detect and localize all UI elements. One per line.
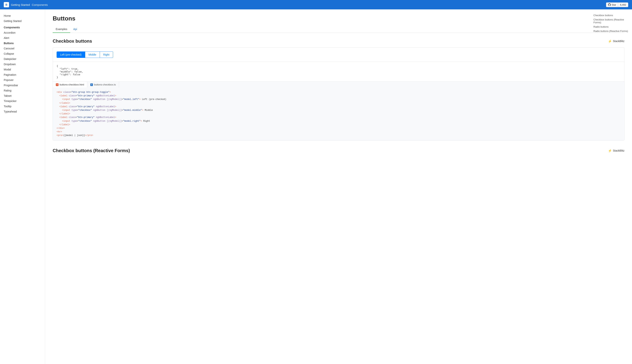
sidebar-item-timepicker[interactable]: Timepicker — [0, 98, 45, 104]
github-count: 6,492 — [618, 3, 628, 7]
logo-icon: B — [4, 2, 9, 7]
checkbox-section-header: Checkbox buttons ⚡ StackBlitz — [53, 38, 624, 44]
nav-components[interactable]: Components — [32, 3, 48, 6]
code-line-9: <input type="checkbox" ngbButton [(ngMod… — [57, 120, 620, 123]
logo[interactable]: B Getting Started — [4, 2, 30, 7]
sidebar-section-components: Components — [0, 24, 45, 30]
ts-icon: T — [90, 84, 93, 86]
page-tabs: Examples Api — [53, 26, 624, 33]
sidebar-item-typeahead[interactable]: Typeahead — [0, 109, 45, 114]
tab-examples[interactable]: Examples — [53, 26, 70, 33]
right-sidebar-item-3[interactable]: Radio buttons (Reactive Forms) — [593, 29, 629, 33]
code-line-4: </label> — [57, 102, 620, 105]
layout: Home Getting Started Components Accordio… — [0, 10, 632, 364]
code-line-2: <label class="btn-primary" ngbButtonLabe… — [57, 94, 620, 98]
github-star-part[interactable]: Star — [606, 3, 618, 7]
app-name: Getting Started — [11, 3, 30, 6]
tab-api[interactable]: Api — [70, 26, 80, 33]
sidebar-item-tooltip[interactable]: Tooltip — [0, 104, 45, 109]
code-line-13: <pre>{{model | json}}</pre> — [57, 134, 620, 137]
code-tab-ts-label: buttons-checkbox.ts — [94, 83, 116, 86]
stackblitz-button[interactable]: ⚡ StackBlitz — [608, 40, 624, 43]
reactive-stackblitz-icon: ⚡ — [608, 149, 612, 152]
right-sidebar-item-2[interactable]: Radio buttons — [593, 24, 629, 29]
checkbox-btn-right[interactable]: Right — [100, 52, 113, 58]
main-content: Buttons Examples Api Checkbox buttons ⚡ … — [45, 10, 632, 364]
reactive-section: Checkbox buttons (Reactive Forms) ⚡ Stac… — [53, 148, 624, 153]
sidebar-item-tabset[interactable]: Tabset — [0, 93, 45, 98]
sidebar-item-alert[interactable]: Alert — [0, 35, 45, 40]
right-sidebar: Checkbox buttons Checkbox buttons (React… — [591, 10, 632, 37]
json-output-text: { "left": true, "middle": false, "right"… — [57, 64, 620, 79]
star-label: Star — [612, 4, 616, 6]
json-output: { "left": true, "middle": false, "right"… — [53, 62, 624, 82]
code-block: <div class="btn-group btn-group-toggle">… — [53, 88, 624, 140]
reactive-section-title: Checkbox buttons (Reactive Forms) — [53, 148, 130, 153]
github-icon — [608, 4, 611, 6]
code-line-12: <hr> — [57, 130, 620, 134]
page-title: Buttons — [53, 15, 624, 22]
github-star-button[interactable]: Star 6,492 — [606, 2, 628, 7]
sidebar-item-accordion[interactable]: Accordion — [0, 30, 45, 35]
code-line-7: </label> — [57, 112, 620, 116]
sidebar-item-popover[interactable]: Popover — [0, 78, 45, 83]
sidebar-item-home[interactable]: Home — [0, 13, 45, 18]
code-line-6: <input type="checkbox" ngbButton [(ngMod… — [57, 108, 620, 112]
checkbox-button-group: Left (pre-checked) Middle Right — [57, 52, 620, 58]
stackblitz-label: StackBlitz — [613, 40, 624, 43]
stackblitz-icon: ⚡ — [608, 40, 612, 43]
sidebar-item-collapse[interactable]: Collapse — [0, 51, 45, 56]
sidebar-item-carousel[interactable]: Carousel — [0, 46, 45, 51]
right-sidebar-item-1[interactable]: Checkbox buttons (Reactive Forms) — [593, 18, 629, 24]
sidebar-item-getting-started[interactable]: Getting Started — [0, 18, 45, 24]
code-line-8: <label class="btn-primary" ngbButtonLabe… — [57, 116, 620, 119]
code-line-11: </div> — [57, 126, 620, 130]
sidebar-item-dropdown[interactable]: Dropdown — [0, 62, 45, 67]
sidebar-item-modal[interactable]: Modal — [0, 67, 45, 72]
header: B Getting Started Components Star 6,492 — [0, 0, 632, 10]
checkbox-demo-box: Left (pre-checked) Middle Right { "left"… — [53, 48, 624, 140]
sidebar-item-buttons[interactable]: Buttons — [0, 40, 45, 46]
reactive-section-header: Checkbox buttons (Reactive Forms) ⚡ Stac… — [53, 148, 624, 153]
checkbox-btn-middle[interactable]: Middle — [85, 52, 100, 58]
code-line-3: <input type="checkbox" ngbButton [(ngMod… — [57, 98, 620, 101]
checkbox-section-title: Checkbox buttons — [53, 38, 92, 44]
code-tab-html[interactable]: H buttons-checkbox.html — [53, 82, 87, 88]
code-tabs: H buttons-checkbox.html T buttons-checkb… — [53, 82, 624, 88]
code-tab-html-label: buttons-checkbox.html — [60, 83, 84, 86]
html-icon: H — [56, 84, 59, 86]
sidebar-item-rating[interactable]: Rating — [0, 88, 45, 93]
sidebar-item-pagination[interactable]: Pagination — [0, 72, 45, 78]
demo-preview: Left (pre-checked) Middle Right — [53, 48, 624, 62]
code-line-1: <div class="btn-group btn-group-toggle"> — [57, 90, 620, 94]
sidebar-item-progressbar[interactable]: Progressbar — [0, 83, 45, 88]
reactive-stackblitz-label: StackBlitz — [613, 149, 624, 152]
checkbox-section: Checkbox buttons ⚡ StackBlitz Left (pre-… — [53, 38, 624, 140]
right-sidebar-item-0[interactable]: Checkbox buttons — [593, 13, 629, 18]
sidebar-item-datepicker[interactable]: Datepicker — [0, 56, 45, 62]
reactive-stackblitz-button[interactable]: ⚡ StackBlitz — [608, 149, 624, 152]
checkbox-btn-left[interactable]: Left (pre-checked) — [57, 52, 85, 58]
code-line-10: </label> — [57, 123, 620, 126]
code-tab-ts[interactable]: T buttons-checkbox.ts — [87, 82, 119, 88]
code-line-5: <label class="btn-primary" ngbButtonLabe… — [57, 105, 620, 108]
sidebar: Home Getting Started Components Accordio… — [0, 10, 45, 364]
